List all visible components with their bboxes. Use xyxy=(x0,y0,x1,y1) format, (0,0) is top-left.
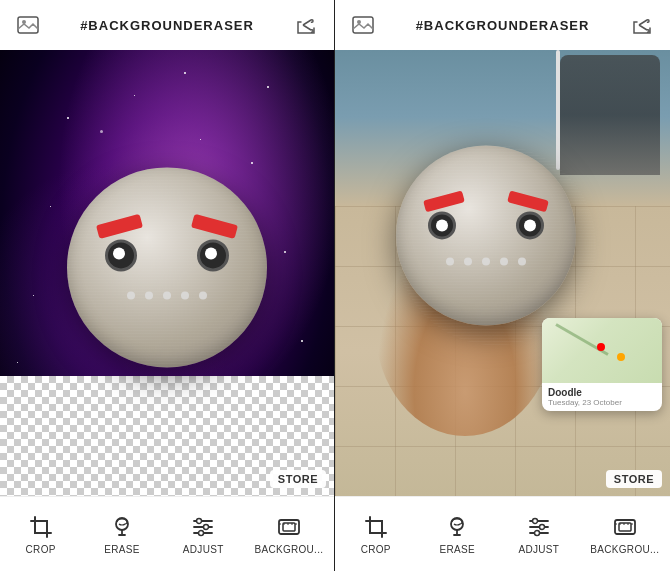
doodle-map xyxy=(542,318,662,383)
right-store-badge[interactable]: STORE xyxy=(606,470,662,488)
right-erase-label: ERASE xyxy=(440,544,475,555)
right-toolbar: CROP ERASE xyxy=(335,496,670,571)
photo-background xyxy=(335,50,670,496)
doodle-title: Doodle xyxy=(548,387,656,398)
right-panel: #BACKGROUNDERASER xyxy=(335,0,670,571)
svg-rect-9 xyxy=(279,520,299,534)
svg-point-8 xyxy=(199,530,204,535)
background-icon xyxy=(276,514,302,540)
right-background-icon xyxy=(612,514,638,540)
left-toolbar: CROP ERASE xyxy=(0,496,334,571)
crop-icon xyxy=(28,514,54,540)
left-tool-crop[interactable]: CROP xyxy=(11,514,71,555)
right-canvas: Doodle Tuesday, 23 October STORE xyxy=(335,50,670,496)
right-crop-icon xyxy=(363,514,389,540)
left-tool-adjust[interactable]: ADJUST xyxy=(173,514,233,555)
left-adjust-label: ADJUST xyxy=(183,544,224,555)
adjust-icon xyxy=(190,514,216,540)
right-header-title: #BACKGROUNDERASER xyxy=(416,18,590,33)
svg-point-17 xyxy=(532,518,537,523)
eye-left xyxy=(105,239,137,271)
right-adjust-label: ADJUST xyxy=(518,544,559,555)
right-header: #BACKGROUNDERASER xyxy=(335,0,670,50)
left-share-icon[interactable] xyxy=(292,11,320,39)
right-adjust-icon xyxy=(526,514,552,540)
left-tool-background[interactable]: BACKGROU... xyxy=(254,514,323,555)
right-tool-erase[interactable]: ERASE xyxy=(427,514,487,555)
svg-point-19 xyxy=(534,530,539,535)
left-panel: #BACKGROUNDERASER xyxy=(0,0,335,571)
left-image-icon[interactable] xyxy=(14,11,42,39)
right-led-dots xyxy=(446,257,526,265)
left-canvas: STORE xyxy=(0,50,334,496)
svg-point-6 xyxy=(197,518,202,523)
left-store-badge[interactable]: STORE xyxy=(270,470,326,488)
doodle-date: Tuesday, 23 October xyxy=(548,398,656,407)
svg-point-18 xyxy=(539,524,544,529)
map-pin-2 xyxy=(617,353,625,361)
erase-icon xyxy=(109,514,135,540)
eye-right xyxy=(197,239,229,271)
right-tool-background[interactable]: BACKGROU... xyxy=(590,514,659,555)
right-tool-crop[interactable]: CROP xyxy=(346,514,406,555)
led-dots xyxy=(127,291,207,299)
right-crop-label: CROP xyxy=(361,544,391,555)
right-erase-icon xyxy=(444,514,470,540)
right-background-label: BACKGROU... xyxy=(590,544,659,555)
left-background-label: BACKGROU... xyxy=(254,544,323,555)
svg-point-7 xyxy=(204,524,209,529)
left-header: #BACKGROUNDERASER xyxy=(0,0,334,50)
right-tool-adjust[interactable]: ADJUST xyxy=(509,514,569,555)
doodle-footer: Doodle Tuesday, 23 October xyxy=(542,383,662,411)
left-header-title: #BACKGROUNDERASER xyxy=(80,18,254,33)
google-home-device xyxy=(57,167,277,387)
left-crop-label: CROP xyxy=(26,544,56,555)
left-erase-label: ERASE xyxy=(104,544,139,555)
map-pin-1 xyxy=(597,343,605,351)
left-tool-erase[interactable]: ERASE xyxy=(92,514,152,555)
svg-rect-20 xyxy=(615,520,635,534)
right-share-icon[interactable] xyxy=(628,11,656,39)
doodle-popup: Doodle Tuesday, 23 October xyxy=(542,318,662,411)
right-image-icon[interactable] xyxy=(349,11,377,39)
